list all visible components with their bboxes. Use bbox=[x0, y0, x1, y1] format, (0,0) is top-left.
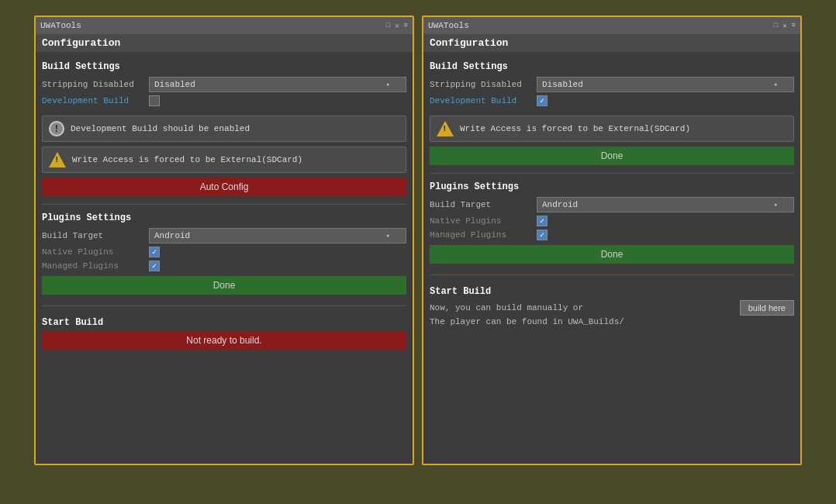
right-warn-text: Write Access is forced to be External(SD… bbox=[460, 124, 690, 133]
left-buildtarget-value: Android bbox=[154, 231, 190, 240]
left-menu-btn[interactable]: ≡ bbox=[404, 22, 408, 29]
right-stripping-dropdown[interactable]: Disabled ▾ bbox=[537, 77, 794, 92]
right-buildtarget-arrow: ▾ bbox=[774, 201, 778, 209]
left-stripping-value: Disabled bbox=[154, 80, 195, 89]
right-buildtarget-row: Build Target Android ▾ bbox=[430, 195, 794, 214]
left-native-label: Native Plugins bbox=[42, 247, 143, 257]
right-divider1 bbox=[430, 173, 794, 174]
left-native-checkbox[interactable]: ✓ bbox=[149, 247, 160, 257]
right-startbuild-title: Start Build bbox=[430, 286, 794, 297]
right-player-path-row: The player can be found in UWA_Builds/ bbox=[430, 316, 794, 328]
right-stripping-label: Stripping Disabled bbox=[430, 80, 530, 89]
right-plugins-settings: Plugins Settings Build Target Android ▾ … bbox=[430, 181, 794, 264]
main-container: UWATools □ ✕ ≡ Configuration Build Setti… bbox=[0, 0, 836, 504]
left-devbuild-label: Development Build bbox=[42, 96, 143, 105]
right-panel-body: Configuration Build Settings Stripping D… bbox=[423, 34, 800, 334]
left-managed-label: Managed Plugins bbox=[42, 261, 143, 271]
left-close-btn[interactable]: ✕ bbox=[395, 22, 399, 30]
right-divider2 bbox=[430, 274, 794, 275]
right-warn-icon bbox=[437, 121, 454, 136]
right-minimize-btn[interactable]: □ bbox=[774, 22, 778, 29]
right-startbuild-section: Start Build Now, you can build manually … bbox=[430, 286, 794, 328]
right-stripping-value: Disabled bbox=[542, 80, 583, 89]
right-managed-row: Managed Plugins ✓ bbox=[430, 228, 794, 242]
left-titlebar-controls: □ ✕ ≡ bbox=[386, 22, 408, 30]
left-buildtarget-dropdown[interactable]: Android ▾ bbox=[149, 228, 406, 243]
right-build-here-btn[interactable]: build here bbox=[740, 300, 794, 316]
right-native-label: Native Plugins bbox=[430, 216, 530, 226]
right-dropdown-arrow: ▾ bbox=[774, 81, 778, 89]
left-devbuild-checkbox[interactable] bbox=[149, 95, 160, 106]
left-alert-warn: Write Access is forced to be External(SD… bbox=[42, 147, 406, 173]
left-error-icon: ! bbox=[49, 121, 64, 136]
left-buildtarget-row: Build Target Android ▾ bbox=[42, 226, 406, 245]
right-menu-btn[interactable]: ≡ bbox=[792, 22, 796, 29]
left-startbuild-section: Start Build Not ready to build. bbox=[42, 317, 406, 350]
left-build-settings-title: Build Settings bbox=[42, 61, 406, 72]
right-stripping-row: Stripping Disabled Disabled ▾ bbox=[430, 75, 794, 94]
left-devbuild-row: Development Build bbox=[42, 94, 406, 108]
right-plugins-title: Plugins Settings bbox=[430, 181, 794, 192]
left-alert-error: ! Development Build should be enabled bbox=[42, 116, 406, 142]
left-divider1 bbox=[42, 204, 406, 205]
left-stripping-dropdown[interactable]: Disabled ▾ bbox=[149, 77, 406, 92]
right-config-title: Configuration bbox=[423, 34, 800, 52]
left-dropdown-arrow: ▾ bbox=[386, 81, 390, 89]
right-plugins-done-btn[interactable]: Done bbox=[430, 245, 794, 264]
right-titlebar-controls: □ ✕ ≡ bbox=[774, 22, 796, 30]
right-panel: UWATools □ ✕ ≡ Configuration Build Setti… bbox=[422, 16, 802, 465]
left-panel-title: UWATools bbox=[40, 21, 81, 30]
right-player-path: The player can be found in UWA_Builds/ bbox=[430, 317, 624, 326]
right-native-row: Native Plugins ✓ bbox=[430, 214, 794, 228]
left-error-text: Development Build should be enabled bbox=[71, 124, 250, 133]
right-devbuild-label: Development Build bbox=[430, 96, 530, 105]
left-minimize-btn[interactable]: □ bbox=[386, 22, 390, 29]
right-native-checkbox[interactable]: ✓ bbox=[537, 216, 548, 226]
left-startbuild-title: Start Build bbox=[42, 317, 406, 328]
left-stripping-row: Stripping Disabled Disabled ▾ bbox=[42, 75, 406, 94]
left-warn-icon bbox=[49, 152, 66, 167]
left-titlebar: UWATools □ ✕ ≡ bbox=[36, 17, 413, 34]
right-managed-checkbox[interactable]: ✓ bbox=[537, 230, 548, 240]
right-panel-title: UWATools bbox=[428, 21, 469, 30]
right-buildtarget-dropdown[interactable]: Android ▾ bbox=[537, 197, 794, 212]
right-devbuild-checkbox[interactable]: ✓ bbox=[537, 95, 548, 106]
right-build-settings: Build Settings Stripping Disabled Disabl… bbox=[430, 61, 794, 108]
left-divider2 bbox=[42, 306, 406, 306]
left-native-row: Native Plugins ✓ bbox=[42, 245, 406, 259]
right-done-config-btn[interactable]: Done bbox=[430, 147, 794, 165]
right-build-now-text: Now, you can build manually or bbox=[430, 303, 734, 312]
left-buildtarget-arrow: ▾ bbox=[386, 232, 390, 240]
left-autoconfig-btn[interactable]: Auto Config bbox=[42, 178, 406, 196]
right-devbuild-row: Development Build ✓ bbox=[430, 94, 794, 108]
left-panel-body: Configuration Build Settings Stripping D… bbox=[36, 34, 413, 356]
left-notready-btn[interactable]: Not ready to build. bbox=[42, 331, 406, 350]
right-build-row: Now, you can build manually or build her… bbox=[430, 300, 794, 316]
left-panel: UWATools □ ✕ ≡ Configuration Build Setti… bbox=[34, 16, 414, 465]
right-close-btn[interactable]: ✕ bbox=[782, 22, 786, 30]
left-plugins-done-btn[interactable]: Done bbox=[42, 276, 406, 295]
right-titlebar: UWATools □ ✕ ≡ bbox=[423, 17, 800, 34]
right-buildtarget-label: Build Target bbox=[430, 200, 530, 209]
left-buildtarget-label: Build Target bbox=[42, 231, 143, 240]
left-stripping-label: Stripping Disabled bbox=[42, 80, 143, 89]
left-managed-checkbox[interactable]: ✓ bbox=[149, 261, 160, 271]
right-managed-label: Managed Plugins bbox=[430, 230, 530, 240]
left-config-title: Configuration bbox=[36, 34, 413, 52]
left-build-settings: Build Settings Stripping Disabled Disabl… bbox=[42, 61, 406, 108]
right-alert-warn: Write Access is forced to be External(SD… bbox=[430, 116, 794, 142]
left-managed-row: Managed Plugins ✓ bbox=[42, 259, 406, 273]
right-buildtarget-value: Android bbox=[542, 200, 578, 209]
right-build-settings-title: Build Settings bbox=[430, 61, 794, 72]
left-plugins-title: Plugins Settings bbox=[42, 212, 406, 223]
left-plugins-settings: Plugins Settings Build Target Android ▾ … bbox=[42, 212, 406, 295]
left-warn-text: Write Access is forced to be External(SD… bbox=[72, 155, 302, 164]
